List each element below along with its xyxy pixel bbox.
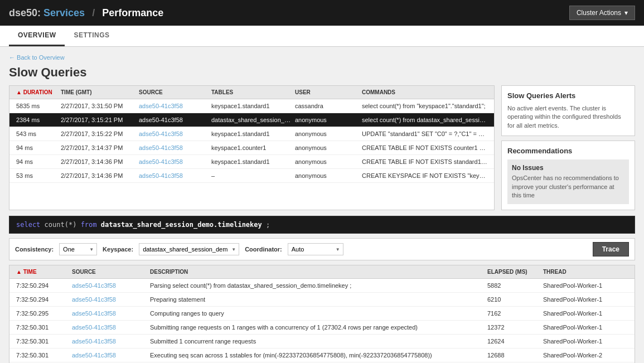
- header-separator: /: [92, 7, 95, 18]
- trace-cell: 7:32:50.294: [14, 281, 70, 290]
- back-to-overview-link[interactable]: ← Back to Overview: [9, 54, 65, 61]
- coordinator-label: Coordinator:: [245, 246, 282, 253]
- trace-table-header: ▲ TIME SOURCE DESCRIPTION ELAPSED (μs) T…: [9, 265, 635, 279]
- query-editor[interactable]: select count(*) from datastax_shared_ses…: [9, 216, 635, 234]
- page-name: Performance: [102, 7, 163, 18]
- table-cell: 94 ms: [14, 143, 59, 152]
- alerts-box-text: No active alert events. The cluster is o…: [507, 104, 629, 130]
- table-cell: adse50-41c3f58: [137, 157, 209, 166]
- trace-row[interactable]: 7:32:50.301adse50-41c3f58Submitting rang…: [9, 321, 635, 335]
- table-cell: adse50-41c3f58: [137, 101, 209, 110]
- trace-cell: SharedPool-Worker-2: [541, 351, 630, 360]
- consistency-select[interactable]: Any One Two Three Quorum All: [59, 243, 97, 255]
- table-cell: adse50-41c3f58: [137, 115, 209, 124]
- query-semicolon: ;: [266, 221, 270, 229]
- table-cell: anonymous: [293, 171, 360, 180]
- table-cell: –: [209, 171, 293, 180]
- table-cell: 94 ms: [14, 157, 59, 166]
- cluster-name: dse50:: [9, 7, 41, 18]
- table-cell: 2/27/2017, 3:14:36 PM: [59, 171, 137, 180]
- table-row[interactable]: 94 ms2/27/2017, 3:14:36 PMadse50-41c3f58…: [9, 155, 494, 169]
- trace-row[interactable]: 7:32:50.295adse50-41c3f58Computing range…: [9, 307, 635, 321]
- table-cell: CREATE KEYSPACE IF NOT EXISTS "keyspace1…: [360, 171, 490, 180]
- header-title: dse50: Services / Performance: [9, 7, 163, 19]
- trace-row[interactable]: 7:32:50.294adse50-41c3f58Parsing select …: [9, 279, 635, 293]
- col-header-commands[interactable]: COMMANDS: [360, 88, 490, 96]
- trace-cell: Computing ranges to query: [148, 309, 485, 318]
- table-cell: adse50-41c3f58: [137, 143, 209, 152]
- trace-cell: Submitting range requests on 1 ranges wi…: [148, 323, 485, 332]
- cluster-actions-button[interactable]: Cluster Actions ▾: [569, 6, 635, 20]
- consistency-select-wrapper[interactable]: Any One Two Three Quorum All: [59, 243, 97, 255]
- col-header-user[interactable]: USER: [293, 88, 360, 96]
- trace-cell: 5882: [485, 281, 541, 290]
- dropdown-arrow-icon: ▾: [624, 9, 628, 17]
- query-text: select count(*) from datastax_shared_ses…: [16, 221, 270, 229]
- table-cell: 2/27/2017, 3:15:21 PM: [59, 115, 137, 124]
- alerts-panel: Slow Queries Alerts No active alert even…: [501, 85, 635, 210]
- table-cell: CREATE TABLE IF NOT EXISTS counter1 (key…: [360, 143, 490, 152]
- table-cell: keyspace1.standard1: [209, 101, 293, 110]
- table-cell: adse50-41c3f58: [137, 171, 209, 180]
- trace-col-elapsed[interactable]: ELAPSED (μs): [485, 268, 541, 276]
- recommendations-title: Recommendations: [507, 147, 629, 155]
- table-row[interactable]: 5835 ms2/27/2017, 3:31:50 PMadse50-41c3f…: [9, 99, 494, 113]
- table-cell: adse50-41c3f58: [137, 129, 209, 138]
- trace-row[interactable]: 7:32:50.294adse50-41c3f58Preparing state…: [9, 293, 635, 307]
- slow-queries-alerts-box: Slow Queries Alerts No active alert even…: [501, 85, 635, 136]
- table-row[interactable]: 543 ms2/27/2017, 3:15:22 PMadse50-41c3f5…: [9, 127, 494, 141]
- trace-cell: 6210: [485, 295, 541, 304]
- table-cell: anonymous: [293, 115, 360, 124]
- table-row[interactable]: 2384 ms2/27/2017, 3:15:21 PMadse50-41c3f…: [9, 113, 494, 127]
- trace-cell: SharedPool-Worker-1: [541, 281, 630, 290]
- slow-queries-area: ▲ DURATION TIME (GMT) SOURCE TABLES USER…: [9, 85, 635, 210]
- trace-col-time[interactable]: ▲ TIME: [14, 268, 70, 276]
- trace-rows: 7:32:50.294adse50-41c3f58Parsing select …: [9, 279, 635, 363]
- trace-cell: SharedPool-Worker-1: [541, 337, 630, 346]
- trace-col-source[interactable]: SOURCE: [70, 268, 148, 276]
- table-cell: select count(*) from datastax_shared_ses…: [360, 115, 490, 124]
- query-keyword-from: from: [81, 221, 97, 229]
- tab-settings[interactable]: SETTINGS: [65, 26, 118, 46]
- table-row[interactable]: 94 ms2/27/2017, 3:14:37 PMadse50-41c3f58…: [9, 141, 494, 155]
- table-row[interactable]: 53 ms2/27/2017, 3:14:36 PMadse50-41c3f58…: [9, 169, 494, 183]
- trace-col-thread[interactable]: THREAD: [541, 268, 630, 276]
- table-cell: 2/27/2017, 3:31:50 PM: [59, 101, 137, 110]
- table-cell: 2384 ms: [14, 115, 59, 124]
- query-table-name: datastax_shared_session_demo.timelinekey: [101, 221, 262, 229]
- table-cell: anonymous: [293, 143, 360, 152]
- tab-overview[interactable]: OVERVIEW: [9, 26, 65, 46]
- no-issues-title: No Issues: [512, 164, 624, 172]
- section-title: Slow Queries: [9, 65, 635, 80]
- trace-row[interactable]: 7:32:50.301adse50-41c3f58Submitted 1 con…: [9, 335, 635, 349]
- col-header-source[interactable]: SOURCE: [137, 88, 209, 96]
- trace-cell: 12688: [485, 351, 541, 360]
- trace-cell: adse50-41c3f58: [70, 351, 148, 360]
- trace-cell: 7:32:50.301: [14, 351, 70, 360]
- coordinator-select[interactable]: Auto: [288, 243, 343, 255]
- table-cell: cassandra: [293, 101, 360, 110]
- table-cell: UPDATE "standard1" SET "C0" = ?,"C1" = ?…: [360, 129, 490, 138]
- trace-cell: adse50-41c3f58: [70, 323, 148, 332]
- keyspace-select[interactable]: datastax_shared_session_demo keyspace1 s…: [139, 243, 239, 255]
- keyspace-select-wrapper[interactable]: datastax_shared_session_demo keyspace1 s…: [139, 243, 239, 255]
- alerts-box-title: Slow Queries Alerts: [507, 91, 629, 100]
- col-header-time-gmt[interactable]: TIME (GMT): [59, 88, 137, 96]
- main-content: ← Back to Overview Slow Queries ▲ DURATI…: [0, 47, 644, 363]
- services-link[interactable]: Services: [43, 7, 85, 18]
- trace-cell: 7:32:50.301: [14, 323, 70, 332]
- trace-button[interactable]: Trace: [593, 242, 629, 256]
- trace-row[interactable]: 7:32:50.301adse50-41c3f58Executing seq s…: [9, 349, 635, 362]
- col-header-tables[interactable]: TABLES: [209, 88, 293, 96]
- trace-col-description[interactable]: DESCRIPTION: [148, 268, 485, 276]
- trace-cell: 7:32:50.301: [14, 337, 70, 346]
- table-cell: keyspace1.standard1: [209, 129, 293, 138]
- coordinator-select-wrapper[interactable]: Auto: [288, 243, 343, 255]
- col-header-duration[interactable]: ▲ DURATION: [14, 88, 59, 96]
- app-header: dse50: Services / Performance Cluster Ac…: [0, 0, 644, 26]
- keyspace-label: Keyspace:: [103, 246, 133, 253]
- table-cell: 2/27/2017, 3:14:37 PM: [59, 143, 137, 152]
- table-cell: 53 ms: [14, 171, 59, 180]
- trace-cell: 7162: [485, 309, 541, 318]
- tab-bar: OVERVIEW SETTINGS: [0, 26, 644, 47]
